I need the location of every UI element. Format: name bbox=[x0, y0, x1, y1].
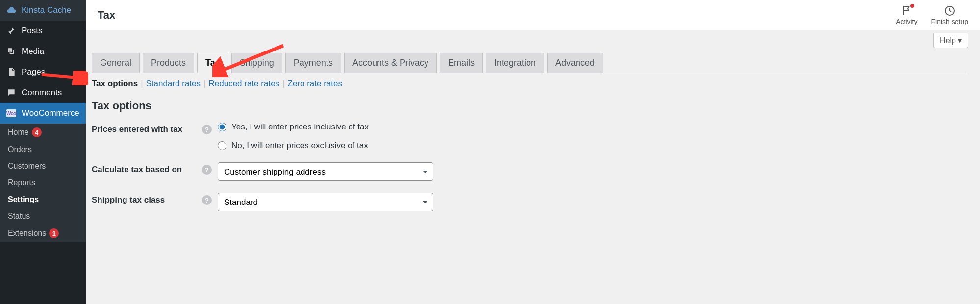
radio-label: No, I will enter prices exclusive of tax bbox=[231, 141, 368, 151]
tab-integration[interactable]: Integration bbox=[486, 53, 544, 73]
sidebar-item-label: Posts bbox=[22, 26, 43, 36]
pin-icon bbox=[6, 25, 17, 36]
clock-icon bbox=[944, 5, 955, 17]
radio-label: Yes, I will enter prices inclusive of ta… bbox=[231, 122, 369, 132]
activity-button[interactable]: Activity bbox=[896, 5, 917, 25]
woo-icon: Woo bbox=[6, 108, 17, 119]
shipping-tax-class-select[interactable]: Standard bbox=[218, 193, 433, 211]
radio-input[interactable] bbox=[218, 123, 226, 131]
subtab-reduced-rate-rates[interactable]: Reduced rate rates bbox=[209, 79, 280, 89]
finish-label: Finish setup bbox=[931, 18, 968, 25]
submenu-item-label: Settings bbox=[8, 195, 39, 204]
submenu-item-orders[interactable]: Orders bbox=[0, 141, 86, 158]
topbar: Tax Activity Finish setup bbox=[86, 0, 980, 30]
row-prices-entered-with-tax: Prices entered with tax ? Yes, I will en… bbox=[92, 122, 966, 151]
activity-label: Activity bbox=[896, 18, 917, 25]
help-icon[interactable]: ? bbox=[202, 165, 212, 175]
tax-subtabs: Tax options | Standard rates | Reduced r… bbox=[92, 73, 966, 92]
separator: | bbox=[282, 79, 284, 89]
submenu-item-label: Reports bbox=[8, 178, 35, 187]
media-icon bbox=[6, 46, 17, 57]
field-label: Prices entered with tax bbox=[92, 122, 202, 134]
submenu-item-extensions[interactable]: Extensions 1 bbox=[0, 225, 86, 242]
tab-advanced[interactable]: Advanced bbox=[547, 53, 603, 73]
submenu-item-home[interactable]: Home 4 bbox=[0, 124, 86, 141]
comment-icon bbox=[6, 87, 17, 98]
page-title: Tax bbox=[98, 9, 115, 22]
cloud-icon bbox=[6, 5, 17, 16]
tab-products[interactable]: Products bbox=[143, 53, 194, 73]
admin-sidebar: Kinsta Cache Posts Media Pages Comments bbox=[0, 0, 86, 304]
row-shipping-tax-class: Shipping tax class ? Standard bbox=[92, 193, 966, 211]
tab-payments[interactable]: Payments bbox=[285, 53, 341, 73]
radio-prices-inclusive[interactable]: Yes, I will enter prices inclusive of ta… bbox=[218, 122, 369, 132]
submenu-item-label: Extensions bbox=[8, 229, 46, 238]
subtab-tax-options[interactable]: Tax options bbox=[92, 79, 138, 89]
submenu-item-status[interactable]: Status bbox=[0, 208, 86, 225]
finish-setup-button[interactable]: Finish setup bbox=[931, 5, 968, 25]
subtab-standard-rates[interactable]: Standard rates bbox=[146, 79, 201, 89]
sidebar-item-label: Comments bbox=[22, 88, 62, 98]
flag-icon bbox=[901, 5, 912, 17]
separator: | bbox=[141, 79, 143, 89]
page-icon bbox=[6, 67, 17, 77]
submenu-item-reports[interactable]: Reports bbox=[0, 175, 86, 191]
submenu-item-label: Status bbox=[8, 212, 30, 221]
row-calculate-tax-based-on: Calculate tax based on ? Customer shippi… bbox=[92, 162, 966, 181]
sidebar-item-label: Media bbox=[22, 47, 44, 56]
separator: | bbox=[203, 79, 205, 89]
submenu-item-label: Orders bbox=[8, 145, 32, 154]
sidebar-item-comments[interactable]: Comments bbox=[0, 82, 86, 103]
sidebar-item-pages[interactable]: Pages bbox=[0, 62, 86, 82]
tab-emails[interactable]: Emails bbox=[440, 53, 483, 73]
subtab-zero-rate-rates[interactable]: Zero rate rates bbox=[288, 79, 343, 89]
help-label: Help bbox=[940, 36, 956, 45]
sidebar-item-label: WooCommerce bbox=[22, 108, 79, 118]
radio-prices-exclusive[interactable]: No, I will enter prices exclusive of tax bbox=[218, 141, 369, 151]
tab-shipping[interactable]: Shipping bbox=[231, 53, 282, 73]
sidebar-item-woocommerce[interactable]: Woo WooCommerce bbox=[0, 103, 86, 124]
help-icon[interactable]: ? bbox=[202, 195, 212, 205]
sidebar-item-kinsta-cache[interactable]: Kinsta Cache bbox=[0, 0, 86, 21]
sidebar-item-label: Kinsta Cache bbox=[22, 5, 71, 15]
activity-dot-icon bbox=[910, 4, 914, 8]
field-label: Shipping tax class bbox=[92, 193, 202, 205]
count-badge: 4 bbox=[32, 127, 42, 137]
radio-input[interactable] bbox=[218, 141, 226, 150]
sidebar-item-posts[interactable]: Posts bbox=[0, 21, 86, 41]
submenu-item-label: Home bbox=[8, 128, 29, 137]
field-label: Calculate tax based on bbox=[92, 162, 202, 175]
woocommerce-submenu: Home 4 Orders Customers Reports Settings… bbox=[0, 124, 86, 242]
chevron-down-icon: ▾ bbox=[958, 36, 962, 45]
count-badge: 1 bbox=[49, 228, 59, 238]
sidebar-item-label: Pages bbox=[22, 67, 45, 77]
section-title: Tax options bbox=[92, 100, 966, 112]
submenu-item-customers[interactable]: Customers bbox=[0, 158, 86, 175]
submenu-item-label: Customers bbox=[8, 162, 46, 171]
help-icon[interactable]: ? bbox=[202, 125, 212, 134]
sidebar-item-media[interactable]: Media bbox=[0, 41, 86, 62]
help-tab[interactable]: Help ▾ bbox=[933, 33, 968, 48]
tab-accounts-privacy[interactable]: Accounts & Privacy bbox=[344, 53, 437, 73]
tab-tax[interactable]: Tax bbox=[197, 53, 228, 73]
calculate-tax-select[interactable]: Customer shipping address bbox=[218, 162, 433, 181]
tab-general[interactable]: General bbox=[92, 53, 140, 73]
settings-tabs: General Products Tax Shipping Payments A… bbox=[92, 53, 966, 73]
submenu-item-settings[interactable]: Settings bbox=[0, 191, 86, 208]
